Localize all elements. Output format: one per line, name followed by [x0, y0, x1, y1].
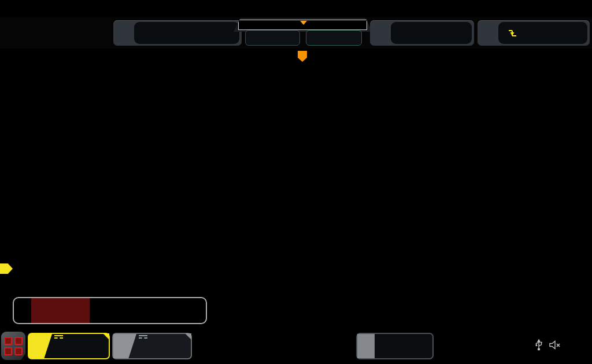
delay-panel[interactable]	[370, 20, 474, 46]
horizontal-panel[interactable]	[113, 20, 242, 46]
graticule-display	[13, 51, 590, 325]
trigger-panel[interactable]	[478, 20, 590, 46]
measurement-freq1[interactable]	[31, 298, 90, 323]
mute-speaker-icon	[549, 340, 561, 350]
windows-menu-icon[interactable]	[1, 332, 25, 360]
digital-tab	[357, 334, 375, 358]
measurement-risetime1[interactable]	[147, 298, 206, 323]
channel1-tab	[29, 334, 52, 358]
titlebar	[0, 0, 592, 17]
measurement-results-box	[13, 297, 207, 324]
red-square-icon	[14, 347, 23, 355]
measure-button[interactable]	[245, 30, 300, 46]
trigger-pill	[498, 22, 587, 44]
dc-coupling-icon	[139, 335, 147, 340]
usb-icon	[535, 339, 543, 351]
delay-pill	[391, 22, 472, 44]
red-square-icon	[4, 337, 12, 345]
falling-edge-icon	[508, 29, 517, 37]
channel1-position-marker[interactable]	[0, 263, 13, 274]
status-icons	[535, 339, 567, 351]
header-bar	[0, 17, 592, 49]
channel1-status-box[interactable]	[28, 333, 110, 359]
red-square-icon	[4, 347, 12, 355]
red-square-icon	[14, 337, 23, 345]
horizontal-pill	[134, 22, 239, 44]
channel2-tab	[113, 334, 136, 358]
waveform-preview-strip[interactable]	[238, 20, 367, 30]
digital-channels-box[interactable]	[356, 333, 434, 359]
preview-trigger-position-icon	[300, 21, 307, 25]
dc-coupling-icon	[54, 335, 63, 340]
graticule-grid	[13, 51, 590, 325]
stop-run-button[interactable]	[306, 30, 362, 46]
channel2-status-box[interactable]	[112, 333, 192, 359]
measurement-falltime1[interactable]	[90, 298, 148, 323]
